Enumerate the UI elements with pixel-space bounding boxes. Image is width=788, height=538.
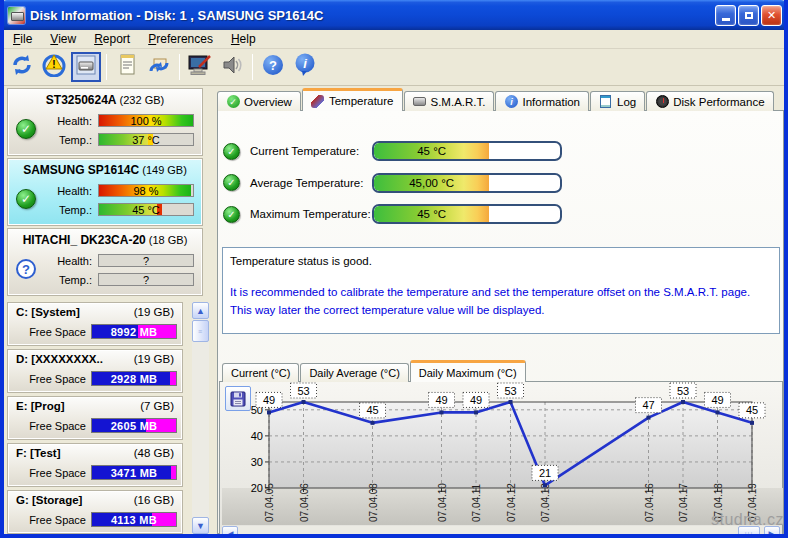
save-chart-button[interactable] [225,386,251,411]
report-button[interactable] [112,52,142,82]
drive-size: (7 GB) [140,400,174,412]
meter-value: ? [99,255,193,266]
tab-temperature[interactable]: Temperature [302,88,403,111]
free-space-row: Free Space4113 MB [8,512,182,527]
app-window: Disk Information - Disk: 1 , SAMSUNG SP1… [0,0,788,538]
scroll-down-icon[interactable]: ▼ [192,517,209,534]
question-icon: ? [16,259,36,279]
app-icon [8,7,25,24]
maximize-button[interactable] [738,5,759,26]
drive-item-e[interactable]: E: [Prog](7 GB)Free Space2605 MB [7,396,183,440]
chart-tab-current-c-[interactable]: Current (°C) [222,363,299,382]
free-space-value: 4113 MB [92,513,176,526]
scrollbar-thumb[interactable]: ≡ [192,320,209,342]
chart-tab-label: Current (°C) [231,367,290,379]
svg-text:49: 49 [263,394,275,406]
menu-item-preferences[interactable]: Preferences [139,31,222,47]
temp-row: Temp.:? [42,273,194,286]
menu-item-report[interactable]: Report [85,31,139,47]
disk-list: ST3250624A (232 GB)✓Health:100 %Temp.:37… [7,88,211,296]
tab-log[interactable]: Log [590,91,645,111]
svg-text:53: 53 [297,385,309,397]
tab-label: Temperature [329,95,394,107]
status-ok-icon: ✓ [16,189,36,209]
chart-tab-daily-average-c-[interactable]: Daily Average (°C) [300,363,408,382]
drive-head: E: [Prog](7 GB) [8,397,182,412]
log-icon [599,95,613,109]
drive-list-scrollbar[interactable]: ▲ ≡ ▼ [192,302,209,534]
free-space-bar: 8992 MB [91,324,177,339]
title-bar[interactable]: Disk Information - Disk: 1 , SAMSUNG SP1… [0,0,788,30]
menu-item-help[interactable]: Help [222,31,265,47]
health-alert-button[interactable]: ! [39,52,69,82]
status-line1: Temperature status is good. [230,253,772,270]
disk-header: HITACHI_ DK23CA-20 (18 GB) [8,229,202,248]
drive-label: E: [Prog] [16,400,65,412]
info-button[interactable]: i [290,52,320,82]
meter-label: Temp.: [42,274,92,286]
toolbar-separator [106,54,107,80]
sound-button[interactable] [217,52,247,82]
menu-bar: FileViewReportPreferencesHelp [4,30,784,49]
disk-panel-1[interactable]: ST3250624A (232 GB)✓Health:100 %Temp.:37… [7,88,203,156]
tab-disk-performance[interactable]: Disk Performance [646,91,773,111]
scroll-left-icon[interactable]: ◀ [222,526,238,538]
svg-text:45: 45 [746,404,758,416]
chart-tab-label: Daily Average (°C) [309,367,399,379]
disk-panel-2[interactable]: SAMSUNG SP1614C (149 GB)✓Health:98 %Temp… [7,158,203,226]
health-alert-icon: ! [42,53,66,81]
disk-select-button[interactable] [71,52,101,82]
tab-overview[interactable]: ✓Overview [217,91,301,111]
temperature-value: 45 °C [374,143,489,159]
drive-list: C: [System](19 GB)Free Space8992 MBD: [X… [7,302,185,537]
toolbar-separator [179,54,180,80]
computer-button[interactable] [185,52,215,82]
chart-tab-daily-maximum-c-[interactable]: Daily Maximum (°C) [410,360,526,382]
refresh-button[interactable] [7,52,37,82]
svg-text:40: 40 [251,430,263,442]
free-space-value: 3471 MB [92,466,176,479]
drive-size: (48 GB) [134,447,174,459]
temperature-bar: 45 °C [372,204,562,224]
status-unknown-icon: ? [16,259,36,279]
disk-panel-3[interactable]: HITACHI_ DK23CA-20 (18 GB)?Health:?Temp.… [7,228,203,296]
health-meter: 100 % [98,114,194,127]
drive-item-f[interactable]: F: [Test](48 GB)Free Space3471 MB [7,443,183,487]
minimize-button[interactable] [715,5,736,26]
svg-text:?: ? [269,58,277,73]
temperature-bar: 45 °C [372,141,562,161]
free-space-label: Free Space [8,467,86,479]
meter-value: 100 % [99,115,193,126]
drive-item-d[interactable]: D: [XXXXXXXX..(19 GB)Free Space2928 MB [7,349,183,393]
meter-label: Health: [42,185,92,197]
close-button[interactable]: ✕ [761,5,782,26]
svg-text:07.04.06: 07.04.06 [299,483,310,522]
disk-size: (232 GB) [117,94,165,106]
sync-button[interactable] [144,52,174,82]
chart-scrollbar[interactable]: ◀ ||| ▶ [222,526,780,538]
status-line2: It is recommended to calibrate the tempe… [230,284,772,319]
meter-value: ? [99,274,193,285]
tab-s-m-a-r-t-[interactable]: S.M.A.R.T. [404,91,495,111]
svg-text:49: 49 [470,394,482,406]
tab-information[interactable]: iInformation [495,91,589,111]
chart-tab-label: Daily Maximum (°C) [419,367,517,379]
scroll-up-icon[interactable]: ▲ [192,302,209,319]
help-button[interactable]: ? [258,52,288,82]
drive-item-c[interactable]: C: [System](19 GB)Free Space8992 MB [7,302,183,346]
health-row: Health:98 % [42,184,194,197]
drive-size: (19 GB) [134,306,174,318]
meter-label: Temp.: [42,204,92,216]
svg-text:49: 49 [711,394,723,406]
menu-item-file[interactable]: File [4,31,41,47]
info-icon: i [294,53,316,81]
drive-item-g[interactable]: G: [Storage](16 GB)Free Space4113 MB [7,490,183,534]
meter-value: 98 % [99,185,193,196]
free-space-row: Free Space3471 MB [8,465,182,480]
temperature-bar: 45,00 °C [372,173,562,193]
drive-head: C: [System](19 GB) [8,303,182,318]
temperature-tab-page: ✓Current Temperature:45 °C✓Average Tempe… [217,110,784,534]
window-title: Disk Information - Disk: 1 , SAMSUNG SP1… [30,8,715,23]
check-icon: ✓ [226,95,240,109]
menu-item-view[interactable]: View [41,31,85,47]
